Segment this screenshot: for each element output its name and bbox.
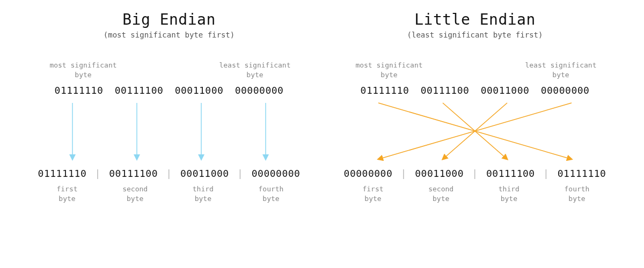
most-significant-label: most significant byte [46,61,121,79]
byte-value: 00111100 [109,168,158,179]
ord-line-1: second [122,185,148,193]
annot-line-1: least significant [525,61,596,69]
little-annot-row: most significant byte least significant … [352,61,598,79]
byte-separator: | [93,168,103,179]
ord-line-2: byte [127,195,143,203]
most-significant-label: most significant byte [352,61,427,79]
big-endian-title: Big Endian [122,11,216,28]
byte-value: 00000000 [344,168,393,179]
byte-separator: | [399,168,409,179]
annot-line-2: byte [246,71,263,79]
byte-separator: | [235,168,245,179]
ord-line-1: first [56,185,77,193]
second-byte-label: second byte [412,184,471,203]
byte-separator: | [470,168,480,179]
byte-value: 01111110 [38,168,87,179]
byte-separator: | [541,168,551,179]
ord-line-1: fourth [258,185,283,193]
first-byte-label: first byte [343,184,402,203]
third-byte-label: third byte [479,184,538,203]
byte-value: 00011000 [180,168,229,179]
ord-line-1: second [428,185,453,193]
byte-value: 00111100 [486,168,535,179]
annot-line-2: byte [380,71,397,79]
big-source-bytes: 01111110 00111100 00011000 00000000 [55,85,284,96]
annot-line-1: most significant [355,61,422,69]
little-endian-panel: Little Endian (least significant byte fi… [330,11,620,257]
annot-line-2: byte [552,71,569,79]
third-byte-label: third byte [173,184,232,203]
ord-line-2: byte [568,195,585,203]
ord-line-1: third [499,185,519,193]
byte-value: 01111110 [558,168,606,179]
big-annot-row: most significant byte least significant … [46,61,292,79]
big-arrows [38,100,301,165]
ord-line-2: byte [501,195,517,203]
ord-line-1: third [193,185,214,193]
little-endian-subtitle: (least significant byte first) [407,31,543,39]
fourth-byte-label: fourth byte [241,184,301,203]
little-dest-bytes: 00000000 | 00011000 | 00111100 | 0111111… [344,168,606,179]
little-source-bytes: 01111110 00111100 00011000 00000000 [361,85,590,96]
least-significant-label: least significant byte [523,61,598,79]
big-dest-bytes: 01111110 | 00111100 | 00011000 | 0000000… [38,168,301,179]
annot-line-1: most significant [49,61,116,69]
little-arrows [343,100,606,165]
byte-value: 00011000 [415,168,464,179]
second-byte-label: second byte [106,184,165,203]
ord-line-2: byte [364,195,381,203]
least-significant-label: least significant byte [217,61,292,79]
first-byte-label: first byte [38,184,97,203]
little-endian-title: Little Endian [414,11,536,28]
ord-line-2: byte [433,195,449,203]
big-endian-subtitle: (most significant byte first) [104,31,235,39]
annot-line-1: least significant [219,61,290,69]
ord-line-2: byte [262,195,279,203]
ord-line-1: fourth [564,185,589,193]
ord-line-2: byte [195,195,211,203]
ord-line-1: first [362,185,383,193]
fourth-byte-label: fourth byte [547,184,606,203]
big-ord-row: first byte second byte third byte fourth… [38,184,301,203]
little-ord-row: first byte second byte third byte fourth… [343,184,606,203]
byte-separator: | [164,168,174,179]
annot-line-2: byte [75,71,91,79]
byte-value: 00000000 [252,168,301,179]
big-endian-panel: Big Endian (most significant byte first)… [24,11,314,257]
ord-line-2: byte [58,195,75,203]
